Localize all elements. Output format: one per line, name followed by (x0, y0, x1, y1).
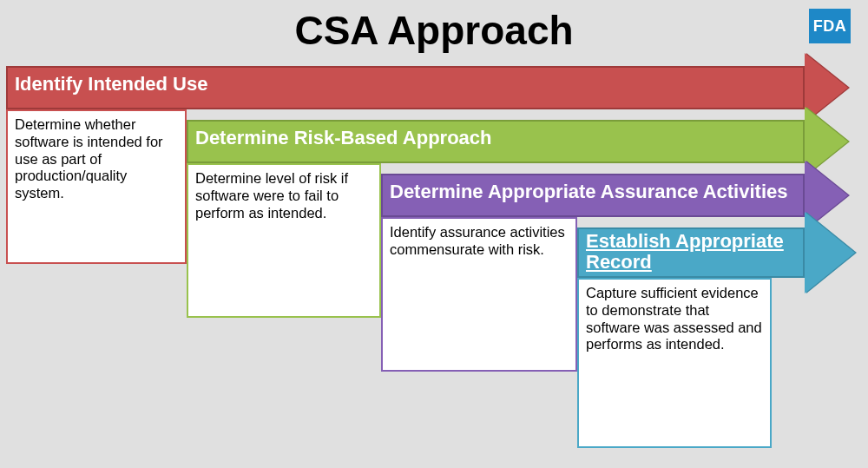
csa-process-diagram: Identify Intended Use Determine whether … (6, 66, 862, 465)
arrow-head-icon (805, 212, 855, 293)
step4-label: Establish Appropriate Record (586, 231, 786, 273)
step1-description: Determine whether software is intended f… (6, 109, 187, 264)
step4-description: Capture sufficient evidence to demonstra… (577, 278, 772, 448)
step1-label: Identify Intended Use (15, 73, 207, 96)
step2-label: Determine Risk-Based Approach (195, 127, 492, 149)
page-title: CSA Approach (0, 0, 868, 54)
step3-label: Determine Appropriate Assurance Activiti… (390, 181, 787, 203)
fda-badge: FDA (809, 9, 851, 43)
step3-description: Identify assurance activities commensura… (381, 217, 577, 372)
step2-description: Determine level of risk if software were… (187, 163, 381, 318)
